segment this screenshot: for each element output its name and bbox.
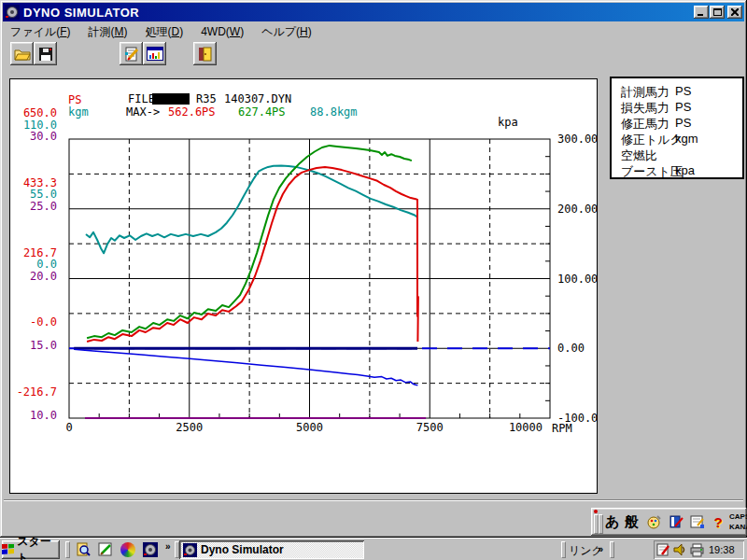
svg-text:200.00: 200.00 (557, 203, 597, 216)
max-label: MAX-> (126, 105, 160, 119)
taskbar: スタート » Dyno Simulator リンク » 19:38 (0, 538, 747, 560)
title-bar[interactable]: DYNO SIMULATOR (3, 3, 744, 21)
floppy-disk-icon (38, 47, 53, 62)
close-button[interactable] (727, 6, 742, 19)
ime-pad-tray-icon[interactable] (656, 543, 670, 557)
color-wheel-icon (120, 542, 135, 557)
dyno-app-icon (143, 542, 158, 557)
max-measured-power: 562.6PS (168, 105, 216, 119)
exit-button[interactable] (193, 42, 217, 65)
graph-view-button[interactable] (143, 42, 166, 65)
svg-text:20.0: 20.0 (30, 270, 57, 283)
menu-process[interactable]: 処理(D) (145, 24, 183, 40)
dyno-chart: 650.0110.030.0433.355.025.0216.70.020.0-… (10, 79, 597, 493)
open-folder-icon (14, 48, 31, 61)
legend-label: 計測馬力 (621, 85, 669, 99)
quicklaunch-viewer-button[interactable] (75, 541, 92, 558)
dyno-app-icon (183, 543, 197, 557)
system-tray: 19:38 (654, 540, 744, 559)
maximize-button[interactable] (710, 6, 725, 19)
legend-label: 修正馬力 (621, 117, 669, 131)
svg-text:2500: 2500 (176, 421, 203, 434)
caps-label: CAPS (729, 512, 747, 521)
window-title: DYNO SIMULATOR (23, 6, 693, 20)
task-button-dyno-simulator[interactable]: Dyno Simulator (179, 540, 364, 559)
taskbar-divider[interactable] (65, 541, 70, 558)
volume-icon[interactable] (673, 543, 687, 557)
measure-settings-button[interactable] (120, 42, 143, 65)
close-icon (731, 8, 739, 16)
ime-caps-kana-button[interactable]: CAPS KANA (729, 511, 747, 532)
svg-text:25.0: 25.0 (30, 200, 57, 213)
notepad-pencil-icon (98, 542, 113, 557)
svg-text:0: 0 (65, 421, 72, 434)
windows-logo-icon (2, 544, 14, 555)
legend-row: 計測馬力PS (621, 84, 669, 100)
legend-unit: PS (675, 100, 691, 114)
kana-label: KANA (729, 523, 747, 531)
legend-row: 修正馬力PS (621, 116, 669, 132)
taskbar-divider[interactable] (610, 541, 614, 558)
ime-dictionary-button[interactable] (667, 512, 685, 531)
svg-text:15.0: 15.0 (30, 339, 57, 352)
quicklaunch-dyno-button[interactable] (142, 541, 159, 558)
legend-label: ブースト圧 (621, 164, 683, 178)
app-icon (5, 5, 20, 20)
ime-tools-button[interactable] (644, 512, 663, 531)
legend-label: 空燃比 (621, 148, 657, 162)
legend-unit: kgm (675, 132, 698, 146)
exit-door-icon (198, 47, 212, 62)
open-file-button[interactable] (10, 42, 34, 65)
start-label: スタート (17, 534, 60, 560)
menu-file[interactable]: ファイル(F) (10, 24, 70, 40)
left-axis-unit-kgm: kgm (68, 105, 89, 119)
ime-input-mode-button[interactable]: あ (605, 513, 619, 531)
file-car: R35 (196, 92, 217, 105)
ime-pad-icon (690, 514, 705, 529)
legend-row: 損失馬力PS (621, 100, 669, 116)
minimize-button[interactable] (694, 6, 709, 19)
dictionary-pen-icon (669, 514, 684, 529)
quicklaunch-overflow-chevron[interactable]: » (165, 541, 171, 552)
ime-toolbar: あ 般 ? CAPS KANA (591, 508, 747, 536)
task-button-label: Dyno Simulator (201, 543, 284, 556)
svg-text:-216.7: -216.7 (17, 385, 57, 399)
screen: DYNO SIMULATOR ファイル(F) 計測(M) 処理(D) 4WD(W… (0, 0, 747, 560)
taskbar-divider[interactable] (561, 541, 566, 558)
legend-label: 損失馬力 (621, 101, 669, 115)
ime-drag-handle[interactable] (599, 514, 603, 534)
save-file-button[interactable] (34, 42, 57, 65)
chart-panel: 650.0110.030.0433.355.025.0216.70.020.0-… (9, 78, 598, 494)
ime-handle-dot (594, 510, 598, 513)
menu-help[interactable]: ヘルプ(H) (261, 24, 312, 40)
app-window: DYNO SIMULATOR ファイル(F) 計測(M) 処理(D) 4WD(W… (0, 0, 747, 538)
svg-text:10000: 10000 (509, 421, 543, 434)
menu-bar: ファイル(F) 計測(M) 処理(D) 4WD(W) ヘルプ(H) (3, 23, 744, 40)
quicklaunch-notepad-button[interactable] (97, 541, 114, 558)
svg-text:30.0: 30.0 (30, 130, 57, 143)
maximize-icon (713, 8, 722, 16)
start-button[interactable]: スタート (2, 540, 60, 559)
menu-4wd[interactable]: 4WD(W) (201, 25, 244, 38)
svg-text:100.00: 100.00 (557, 273, 597, 286)
printer-icon[interactable] (690, 543, 704, 557)
file-name: 140307.DYN (224, 92, 291, 105)
legend-unit: PS (675, 116, 691, 130)
tray-clock[interactable]: 19:38 (709, 544, 735, 555)
menu-measure[interactable]: 計測(M) (88, 24, 127, 40)
legend-unit: PS (675, 84, 691, 98)
max-torque: 88.8kgm (310, 105, 358, 119)
help-icon: ? (713, 514, 722, 530)
ime-help-button[interactable]: ? (709, 512, 727, 531)
legend-row: 空燃比 (621, 147, 657, 163)
ime-conversion-mode-button[interactable]: 般 (625, 513, 639, 531)
links-overflow-chevron[interactable]: » (598, 543, 603, 554)
legend-label: 修正トルク (621, 133, 683, 147)
quicklaunch-media-button[interactable] (120, 541, 136, 558)
svg-text:5000: 5000 (296, 421, 323, 434)
toolbar (3, 41, 744, 70)
status-bar-divider (4, 499, 743, 501)
legend-box: 計測馬力PS 損失馬力PS 修正馬力PS 修正トルクkgm 空燃比 ブースト圧k… (610, 77, 744, 179)
ime-pad-button[interactable] (688, 512, 707, 531)
svg-text:7500: 7500 (416, 421, 444, 434)
